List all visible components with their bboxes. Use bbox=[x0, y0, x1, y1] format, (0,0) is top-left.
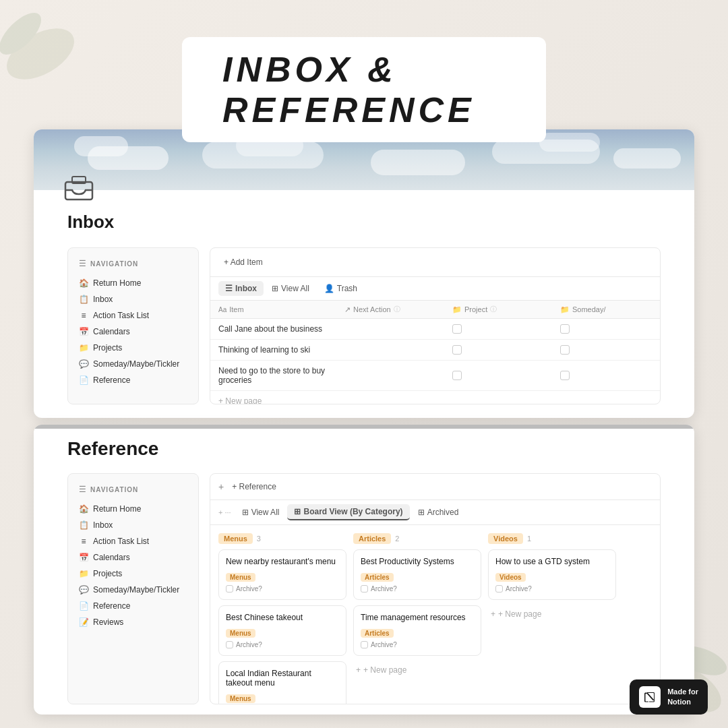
col-item: Aa Item bbox=[210, 301, 336, 318]
archive-checkbox[interactable] bbox=[226, 585, 233, 593]
ref-nav-item-reference[interactable]: 📄 Reference bbox=[73, 598, 193, 614]
checkbox-project-3[interactable] bbox=[452, 371, 462, 380]
table-row[interactable]: Thinking of learning to ski bbox=[210, 340, 660, 361]
checkbox-someday-2[interactable] bbox=[560, 345, 570, 355]
card-title: Time management resources bbox=[361, 613, 474, 622]
add-item-button[interactable]: + Add Item bbox=[218, 255, 268, 270]
home-icon: 🏠 bbox=[79, 278, 88, 288]
archive-checkbox[interactable] bbox=[495, 585, 503, 593]
nav-item-inbox[interactable]: 📋 Inbox bbox=[73, 291, 193, 307]
cell-next-action-2 bbox=[336, 340, 444, 360]
card-title: New nearby restaurant's menu bbox=[226, 557, 339, 566]
ref-nav-header: ☰ NAVIGATION bbox=[73, 482, 193, 497]
table-row[interactable]: Call Jane about the business bbox=[210, 319, 660, 340]
cell-next-action-1 bbox=[336, 319, 444, 339]
ref-nav-item-someday[interactable]: 💬 Someday/Maybe/Tickler bbox=[73, 582, 193, 598]
card-archive: Archive? bbox=[495, 585, 609, 593]
cell-item-3: Need to go to the store to buy groceries bbox=[210, 361, 336, 390]
ref-nav-item-calendars[interactable]: 📅 Calendars bbox=[73, 549, 193, 566]
card-archive: Archive? bbox=[226, 641, 339, 648]
cell-someday-1 bbox=[552, 319, 660, 339]
ref-nav-item-home[interactable]: 🏠 Return Home bbox=[73, 501, 193, 517]
col-project: 📁 Project ⓘ bbox=[444, 301, 552, 318]
inbox-main-panel: + Add Item ☰ Inbox ⊞ View All 👤 Trash bbox=[210, 247, 661, 404]
archive-checkbox[interactable] bbox=[361, 641, 368, 648]
reference-card: Reference ☰ NAVIGATION 🏠 Return Home 📋 I… bbox=[34, 425, 694, 715]
nav-item-action-task-list[interactable]: ≡ Action Task List bbox=[73, 307, 193, 324]
checkbox-project-2[interactable] bbox=[452, 345, 462, 355]
card-tag: Menus bbox=[226, 573, 255, 582]
inbox-icon bbox=[62, 170, 96, 206]
card-title: Best Productivity Systems bbox=[361, 557, 474, 566]
card-tag: Menus bbox=[226, 694, 255, 703]
ref-tab-view-all[interactable]: ⊞ View All bbox=[235, 505, 286, 520]
board-card[interactable]: Best Productivity Systems Articles Archi… bbox=[353, 549, 481, 600]
calendar-icon-2: 📅 bbox=[79, 553, 88, 562]
board-card[interactable]: Best Chinese takeout Menus Archive? bbox=[218, 605, 346, 656]
new-page-row[interactable]: + New page bbox=[210, 391, 660, 404]
board-col-articles: Articles 2 Best Productivity Systems Art… bbox=[353, 533, 481, 696]
board-card[interactable]: Time management resources Articles Archi… bbox=[353, 605, 481, 656]
articles-col-header: Articles 2 bbox=[353, 533, 481, 544]
plus-icon-videos: + bbox=[491, 609, 495, 619]
inbox-toolbar: + Add Item bbox=[210, 248, 660, 277]
plus-icon: + bbox=[218, 481, 224, 492]
action-icon-2: ≡ bbox=[79, 537, 88, 546]
card-title: Best Chinese takeout bbox=[226, 613, 339, 622]
board-card[interactable]: Local Indian Restaurant takeout menu Men… bbox=[218, 661, 346, 704]
notion-badge: Made for Notion bbox=[630, 679, 708, 715]
archived-icon: ⊞ bbox=[418, 508, 425, 517]
nav-item-home[interactable]: 🏠 Return Home bbox=[73, 275, 193, 291]
view-all-tab-icon: ⊞ bbox=[272, 284, 278, 293]
add-reference-button[interactable]: + Reference bbox=[226, 479, 282, 494]
tab-trash[interactable]: 👤 Trash bbox=[317, 281, 364, 296]
reviews-icon: 📝 bbox=[79, 617, 88, 627]
notion-logo bbox=[639, 686, 661, 708]
ref-tab-board[interactable]: ⊞ Board View (By Category) bbox=[287, 504, 409, 520]
board-card[interactable]: How to use a GTD system Videos Archive? bbox=[488, 549, 616, 600]
checkbox-someday-3[interactable] bbox=[560, 371, 570, 380]
inbox-tab-icon: ☰ bbox=[225, 284, 233, 293]
tab-view-all[interactable]: ⊞ View All bbox=[265, 281, 316, 296]
ref-view-tabs: + ··· ⊞ View All ⊞ Board View (By Catego… bbox=[210, 500, 660, 525]
checkbox-someday-1[interactable] bbox=[560, 324, 570, 334]
nav-item-calendars[interactable]: 📅 Calendars bbox=[73, 324, 193, 340]
home-icon-2: 🏠 bbox=[79, 504, 88, 514]
cell-someday-3 bbox=[552, 361, 660, 390]
card-title: Local Indian Restaurant takeout menu bbox=[226, 669, 339, 688]
inbox-icon-2: 📋 bbox=[79, 520, 88, 530]
checkbox-project-1[interactable] bbox=[452, 324, 462, 334]
inbox-page-title: Inbox bbox=[67, 212, 114, 233]
ref-nav-item-reviews[interactable]: 📝 Reviews bbox=[73, 614, 193, 630]
archive-checkbox[interactable] bbox=[361, 585, 368, 593]
ref-nav-item-projects[interactable]: 📁 Projects bbox=[73, 566, 193, 582]
ref-top-border bbox=[34, 425, 694, 429]
videos-col-header: Videos 1 bbox=[488, 533, 616, 544]
tab-inbox[interactable]: ☰ Inbox bbox=[218, 281, 264, 296]
inbox-card: Inbox ☰ NAVIGATION 🏠 Return Home 📋 Inbox… bbox=[34, 129, 694, 418]
articles-new-page[interactable]: + + New page bbox=[353, 661, 481, 679]
ref-tab-archived[interactable]: ⊞ Archived bbox=[411, 505, 466, 520]
reference-icon: 📄 bbox=[79, 375, 88, 385]
nav-item-projects[interactable]: 📁 Projects bbox=[73, 340, 193, 356]
videos-new-page[interactable]: + + New page bbox=[488, 605, 616, 623]
notion-badge-text: Made for Notion bbox=[667, 687, 698, 708]
nav-header: ☰ NAVIGATION bbox=[73, 256, 193, 271]
card-tag: Menus bbox=[226, 629, 255, 638]
videos-tag: Videos bbox=[488, 533, 523, 544]
table-header: Aa Item ↗ Next Action ⓘ 📁 Project ⓘ 📁 So… bbox=[210, 301, 660, 319]
table-row[interactable]: Need to go to the store to buy groceries bbox=[210, 361, 660, 391]
board-card[interactable]: New nearby restaurant's menu Menus Archi… bbox=[218, 549, 346, 600]
arrow-icon: ↗ bbox=[344, 305, 351, 314]
card-tag: Videos bbox=[495, 573, 526, 582]
ref-nav-item-inbox[interactable]: 📋 Inbox bbox=[73, 517, 193, 533]
reference-page-title: Reference bbox=[67, 438, 158, 460]
reference-icon-2: 📄 bbox=[79, 601, 88, 611]
reference-main-panel: + + Reference + ··· ⊞ View All ⊞ Board V… bbox=[210, 473, 661, 704]
card-archive: Archive? bbox=[361, 585, 474, 593]
archive-checkbox[interactable] bbox=[226, 641, 233, 648]
articles-tag: Articles bbox=[353, 533, 391, 544]
ref-nav-item-action[interactable]: ≡ Action Task List bbox=[73, 533, 193, 549]
nav-item-someday[interactable]: 💬 Someday/Maybe/Tickler bbox=[73, 356, 193, 372]
nav-item-reference[interactable]: 📄 Reference bbox=[73, 372, 193, 388]
